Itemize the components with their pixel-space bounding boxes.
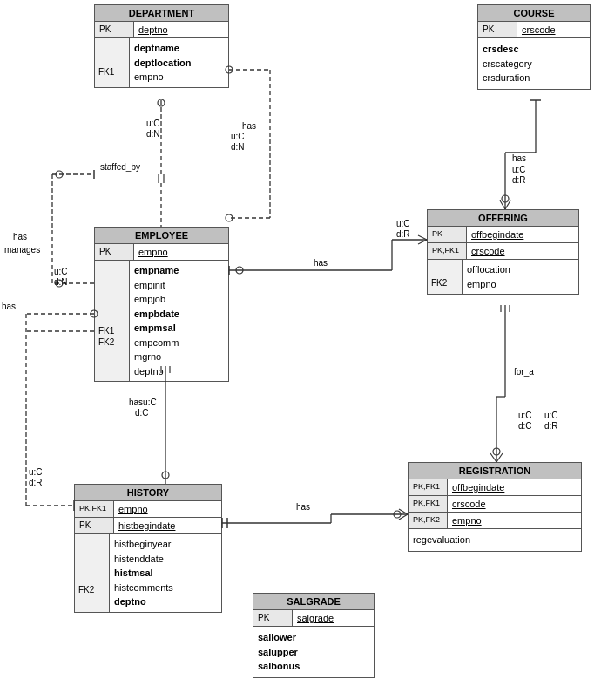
offering-fk-col: FK2 — [428, 260, 463, 294]
reg-pk-field3: empno — [448, 513, 486, 528]
history-attr-4: histcomments — [114, 581, 173, 595]
svg-point-40 — [162, 472, 169, 479]
reg-attr-1: regevaluation — [413, 533, 577, 547]
label-uc-left: u:C — [54, 267, 68, 276]
salgrade-pk-field: salgrade — [293, 610, 338, 626]
emp-attr-7: mgrno — [134, 350, 179, 364]
label-uc-dept: u:C — [146, 119, 160, 128]
label-dn-dept: d:N — [146, 129, 160, 139]
history-pkfk1-label: PK,FK1 — [75, 501, 114, 517]
label-has-hist-reg: has — [296, 502, 310, 512]
dept-attrs-section: FK1 deptname deptlocation empno — [95, 38, 228, 87]
emp-attrs-section: FK1 FK2 empname empinit empjob empbdate … — [95, 261, 228, 381]
label-uc-course: u:C — [512, 165, 526, 174]
registration-header: REGISTRATION — [409, 463, 581, 479]
svg-line-25 — [505, 200, 510, 209]
svg-point-13 — [226, 214, 233, 221]
svg-point-48 — [394, 511, 401, 518]
entity-offering: OFFERING PK offbegindate PK,FK1 crscode … — [427, 209, 579, 295]
label-uc-dept2: u:C — [231, 132, 245, 141]
reg-pk-field2: crscode — [448, 496, 490, 512]
offering-attrs-section: FK2 offlocation empno — [428, 260, 578, 294]
course-attrs: crsdesc crscategory crsduration — [478, 38, 590, 89]
offering-header: OFFERING — [428, 210, 578, 227]
history-pk-field2: histbegindate — [114, 518, 179, 533]
label-dr-off: d:R — [396, 229, 410, 239]
diagram-container: COURSE PK crscode crsdesc crscategory cr… — [0, 0, 601, 700]
course-attr-1: crsdesc — [483, 42, 585, 57]
history-attr-5: deptno — [114, 595, 173, 609]
svg-line-24 — [500, 200, 505, 209]
history-fk-col: FK2 — [75, 534, 110, 612]
emp-attr-4: empbdate — [134, 307, 179, 322]
label-uc-reg: u:C — [544, 411, 558, 420]
emp-pk-field: empno — [134, 244, 172, 260]
label-staffed-by: staffed_by — [100, 162, 140, 172]
reg-attrs: regevaluation — [409, 529, 581, 551]
emp-attr-8: deptno — [134, 364, 179, 379]
dept-pk-field: deptno — [134, 22, 172, 37]
salgrade-attr-2: salupper — [258, 645, 369, 660]
history-attr-3: histmsal — [114, 566, 173, 581]
emp-attrs-col: empname empinit empjob empbdate empmsal … — [130, 261, 184, 381]
salgrade-attr-3: salbonus — [258, 659, 369, 674]
reg-pkfk1-1-label: PK,FK1 — [409, 479, 448, 495]
emp-pk-label: PK — [95, 244, 134, 260]
offering-pk-field1: offbegindate — [467, 227, 528, 242]
course-pk-field: crscode — [517, 22, 560, 37]
label-for-a: for_a — [514, 367, 534, 377]
entity-salgrade: SALGRADE PK salgrade sallower salupper s… — [253, 593, 375, 678]
svg-point-54 — [56, 280, 63, 287]
salgrade-attrs: sallower salupper salbonus — [253, 627, 374, 677]
svg-point-19 — [236, 267, 243, 274]
emp-attr-3: empjob — [134, 292, 179, 307]
label-has-far: has — [2, 302, 16, 311]
svg-line-46 — [399, 509, 408, 514]
entity-history: HISTORY PK,FK1 empno PK histbegindate FK… — [74, 484, 222, 613]
salgrade-attr-1: sallower — [258, 630, 369, 645]
label-hasu-c: hasu:C — [129, 398, 157, 407]
history-attrs-section: FK2 histbeginyear histenddate histmsal h… — [75, 534, 221, 612]
entity-employee: EMPLOYEE PK empno FK1 FK2 empname empini… — [94, 227, 229, 382]
salgrade-pk-label: PK — [253, 610, 293, 626]
offering-pk-label: PK — [428, 227, 467, 242]
emp-fk-col: FK1 FK2 — [95, 261, 130, 381]
label-dr-far: d:R — [29, 478, 43, 487]
salgrade-header: SALGRADE — [253, 594, 374, 610]
emp-attr-5: empmsal — [134, 321, 179, 336]
entity-department: DEPARTMENT PK deptno FK1 deptname deptlo… — [94, 4, 229, 88]
svg-point-52 — [56, 171, 63, 178]
offering-attr-2: empno — [467, 277, 510, 292]
label-uc-off: u:C — [396, 219, 410, 228]
label-has-emp-off: has — [314, 258, 328, 268]
label-manages: manages — [4, 245, 40, 255]
offering-attrs-col: offlocation empno — [463, 260, 515, 294]
history-header: HISTORY — [75, 485, 221, 501]
history-pk-label: PK — [75, 518, 114, 533]
dept-attrs-col: deptname deptlocation empno — [130, 38, 195, 87]
emp-attr-1: empname — [134, 263, 179, 278]
svg-point-35 — [493, 448, 500, 455]
course-header: COURSE — [478, 5, 590, 22]
department-header: DEPARTMENT — [95, 5, 228, 22]
dept-attr-2: deptlocation — [134, 56, 191, 71]
svg-line-34 — [496, 453, 503, 462]
svg-line-18 — [418, 240, 427, 244]
emp-attr-2: empinit — [134, 278, 179, 293]
label-dc-hist: d:C — [135, 408, 149, 418]
course-attr-3: crsduration — [483, 71, 585, 85]
svg-line-47 — [399, 514, 408, 520]
history-attr-1: histbeginyear — [114, 537, 173, 552]
dept-pk-label: PK — [95, 22, 134, 37]
reg-pkfk1-2-label: PK,FK1 — [409, 496, 448, 512]
offering-pkfk-label: PK,FK1 — [428, 243, 467, 259]
svg-line-33 — [490, 453, 496, 462]
employee-header: EMPLOYEE — [95, 228, 228, 244]
label-dr-course: d:R — [512, 175, 526, 185]
emp-attr-6: empcomm — [134, 336, 179, 350]
entity-course: COURSE PK crscode crsdesc crscategory cr… — [477, 4, 591, 90]
dept-attr-1: deptname — [134, 41, 191, 56]
entity-registration: REGISTRATION PK,FK1 offbegindate PK,FK1 … — [408, 462, 582, 552]
offering-pk-field2: crscode — [467, 243, 510, 259]
reg-pkfk2-label: PK,FK2 — [409, 513, 448, 528]
